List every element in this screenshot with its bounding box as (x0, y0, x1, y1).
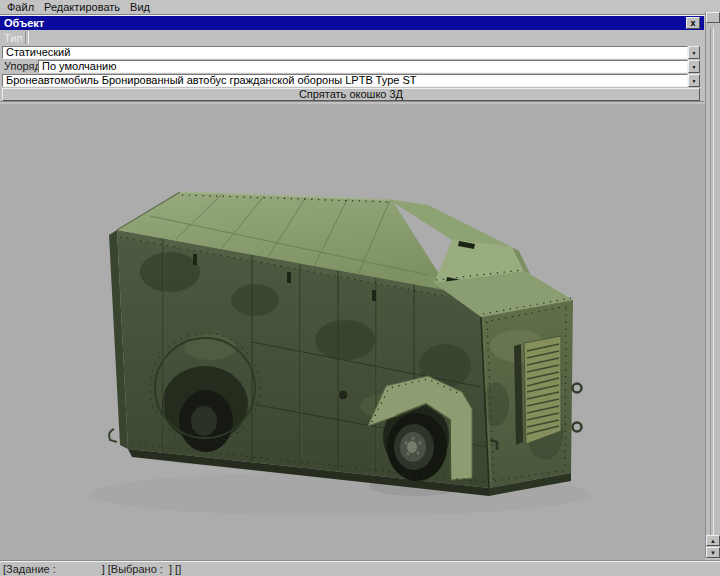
hide-3d-button[interactable]: Спрятать окошко 3Д (2, 88, 700, 101)
object-window-titlebar: Объект x (0, 16, 704, 30)
chevron-down-icon[interactable]: ▼ (688, 60, 700, 73)
object-combo[interactable]: Бронеавтомобиль Бронированный автобус гр… (2, 74, 688, 87)
scrollbar-track[interactable] (710, 28, 714, 540)
menu-view[interactable]: Вид (125, 0, 155, 14)
application-window: Файл Редактировать Вид Объект x ▲ ▼ Тип … (0, 0, 720, 576)
scroll-top-button[interactable] (706, 12, 720, 23)
right-scrollbar[interactable]: ▲ ▼ (705, 12, 720, 558)
window-title: Объект (4, 17, 44, 29)
menu-bar: Файл Редактировать Вид (0, 0, 720, 15)
menu-file[interactable]: Файл (2, 0, 39, 14)
chevron-down-icon[interactable]: ▼ (688, 74, 700, 87)
scroll-up-icon[interactable]: ▲ (706, 535, 720, 546)
close-icon[interactable]: x (686, 17, 700, 29)
radiator-grille (514, 336, 561, 445)
viewport-3d[interactable] (0, 104, 705, 560)
status-bar: [Задание : ] [Выбрано : ] [] (0, 560, 720, 576)
status-text: [Задание : ] [Выбрано : ] [] (3, 563, 181, 575)
scroll-down-icon[interactable]: ▼ (706, 547, 720, 558)
menu-edit[interactable]: Редактировать (39, 0, 125, 14)
truck-3d-render (0, 104, 705, 560)
type-combo[interactable]: Статический (2, 46, 688, 59)
chevron-down-icon[interactable]: ▼ (688, 46, 700, 59)
tab-divider (25, 31, 29, 44)
sort-combo[interactable]: По умолчанию (38, 60, 688, 73)
tab-type[interactable]: Тип (4, 32, 22, 44)
